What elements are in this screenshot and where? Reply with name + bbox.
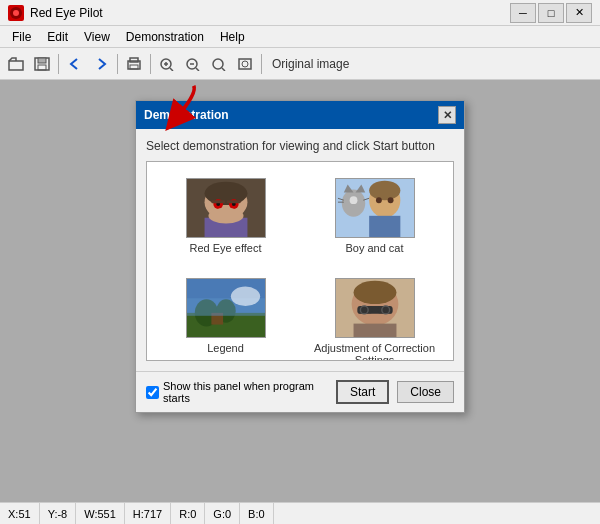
toolbar-forward-button[interactable] (89, 52, 113, 76)
maximize-button[interactable]: □ (538, 3, 564, 23)
svg-rect-4 (38, 58, 46, 63)
svg-point-54 (353, 281, 396, 304)
svg-point-19 (242, 61, 248, 67)
demo-list[interactable]: Red Eye effect (146, 161, 454, 361)
toolbar-separator-3 (150, 54, 151, 74)
g-value: 0 (225, 508, 231, 520)
close-button[interactable]: ✕ (566, 3, 592, 23)
dialog-instruction: Select demonstration for viewing and cli… (146, 139, 454, 153)
h-label: H: (133, 508, 144, 520)
menu-demonstration[interactable]: Demonstration (118, 28, 212, 46)
demo-item-boy-cat[interactable]: Boy and cat (308, 174, 441, 258)
toolbar-back-button[interactable] (63, 52, 87, 76)
show-panel-checkbox-area: Show this panel when program starts (146, 380, 328, 404)
toolbar-fit-button[interactable] (207, 52, 231, 76)
toolbar-zoom-out-button[interactable] (181, 52, 205, 76)
svg-point-40 (349, 196, 357, 204)
svg-line-12 (170, 68, 173, 71)
menu-edit[interactable]: Edit (39, 28, 76, 46)
status-bar: X: 51 Y: -8 W: 551 H: 717 R: 0 G: 0 B: 0 (0, 502, 600, 524)
app-title: Red Eye Pilot (30, 6, 510, 20)
minimize-button[interactable]: ─ (510, 3, 536, 23)
demonstration-dialog: Demonstration ✕ Select demonstration for… (135, 100, 465, 413)
app-icon (8, 5, 24, 21)
status-h: H: 717 (125, 503, 171, 524)
svg-rect-60 (353, 324, 396, 338)
demo-item-legend[interactable]: Legend (159, 274, 292, 361)
demo-item-red-eye[interactable]: Red Eye effect (159, 174, 292, 258)
demo-thumb-legend (186, 278, 266, 338)
status-y: Y: -8 (40, 503, 77, 524)
x-value: 51 (18, 508, 30, 520)
toolbar: Original image (0, 48, 600, 80)
show-panel-label[interactable]: Show this panel when program starts (163, 380, 328, 404)
svg-point-35 (375, 197, 381, 203)
title-bar: Red Eye Pilot ─ □ ✕ (0, 0, 600, 26)
status-b: B: 0 (240, 503, 274, 524)
svg-rect-2 (9, 61, 23, 70)
window-controls: ─ □ ✕ (510, 3, 592, 23)
status-r: R: 0 (171, 503, 205, 524)
dialog-body: Select demonstration for viewing and cli… (136, 129, 464, 371)
show-panel-checkbox[interactable] (146, 386, 159, 399)
toolbar-zoom-in-button[interactable] (155, 52, 179, 76)
demo-item-adjustment[interactable]: Adjustment of Correction Settings (308, 274, 441, 361)
toolbar-open-button[interactable] (4, 52, 28, 76)
dialog-overlay: Demonstration ✕ Select demonstration for… (0, 80, 600, 502)
svg-line-15 (196, 68, 199, 71)
dialog-close-x-button[interactable]: ✕ (438, 106, 456, 124)
g-label: G: (213, 508, 225, 520)
status-w: W: 551 (76, 503, 125, 524)
status-g: G: 0 (205, 503, 240, 524)
b-value: 0 (258, 508, 264, 520)
y-label: Y: (48, 508, 58, 520)
demo-grid: Red Eye effect (155, 170, 445, 361)
toolbar-separator-4 (261, 54, 262, 74)
svg-point-34 (369, 181, 400, 201)
svg-rect-7 (130, 58, 138, 62)
x-label: X: (8, 508, 18, 520)
status-x: X: 51 (0, 503, 40, 524)
svg-line-17 (222, 68, 225, 71)
svg-point-16 (213, 59, 223, 69)
demo-thumb-red-eye (186, 178, 266, 238)
menu-file[interactable]: File (4, 28, 39, 46)
svg-rect-44 (369, 216, 400, 237)
svg-point-31 (208, 208, 243, 224)
svg-point-51 (230, 287, 259, 307)
svg-point-23 (204, 182, 247, 205)
demo-thumb-adjustment (335, 278, 415, 338)
r-label: R: (179, 508, 190, 520)
svg-rect-29 (226, 200, 240, 203)
toolbar-separator-2 (117, 54, 118, 74)
toolbar-separator-1 (58, 54, 59, 74)
y-value: -8 (57, 508, 67, 520)
w-label: W: (84, 508, 97, 520)
dialog-footer: Show this panel when program starts Star… (136, 371, 464, 412)
original-image-label[interactable]: Original image (266, 55, 355, 73)
demo-label-red-eye: Red Eye effect (190, 242, 262, 254)
toolbar-save-button[interactable] (30, 52, 54, 76)
demo-label-legend: Legend (207, 342, 244, 354)
menu-view[interactable]: View (76, 28, 118, 46)
w-value: 551 (97, 508, 115, 520)
menu-help[interactable]: Help (212, 28, 253, 46)
svg-point-1 (13, 10, 19, 16)
dialog-title: Demonstration (144, 108, 229, 122)
close-button[interactable]: Close (397, 381, 454, 403)
dialog-title-bar: Demonstration ✕ (136, 101, 464, 129)
demo-thumb-boy-cat (335, 178, 415, 238)
demo-label-boy-cat: Boy and cat (345, 242, 403, 254)
svg-point-36 (387, 197, 393, 203)
r-value: 0 (190, 508, 196, 520)
toolbar-print-button[interactable] (122, 52, 146, 76)
h-value: 717 (144, 508, 162, 520)
toolbar-zoom-fit-button[interactable] (233, 52, 257, 76)
svg-rect-28 (211, 200, 225, 203)
menu-bar: File Edit View Demonstration Help (0, 26, 600, 48)
start-button[interactable]: Start (336, 380, 389, 404)
b-label: B: (248, 508, 258, 520)
demo-label-adjustment: Adjustment of Correction Settings (314, 342, 435, 361)
